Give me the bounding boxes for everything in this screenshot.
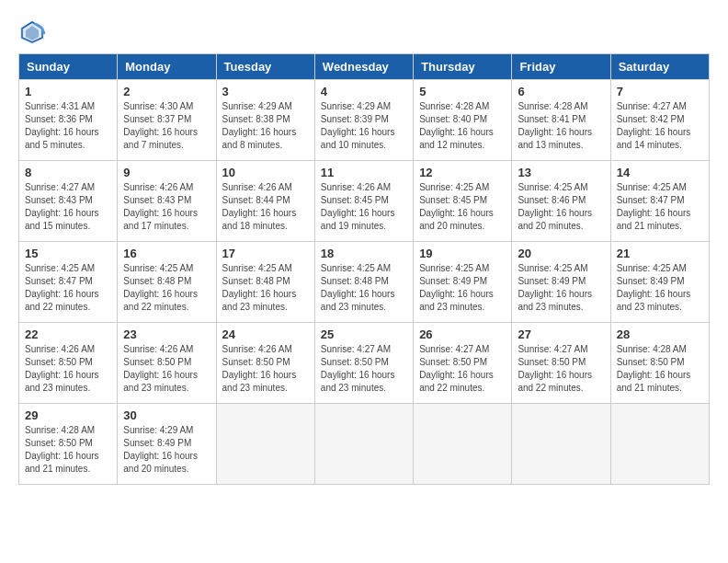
day-number: 12: [419, 166, 506, 179]
day-number: 6: [518, 85, 604, 98]
day-number: 30: [123, 408, 210, 422]
day-info: Sunrise: 4:25 AMSunset: 8:47 PMDaylight:…: [25, 262, 111, 314]
calendar-cell: [512, 404, 610, 485]
day-info: Sunrise: 4:25 AMSunset: 8:46 PMDaylight:…: [518, 181, 604, 233]
calendar-cell: 19Sunrise: 4:25 AMSunset: 8:49 PMDayligh…: [414, 242, 512, 323]
day-info: Sunrise: 4:29 AMSunset: 8:38 PMDaylight:…: [222, 100, 309, 152]
calendar-cell: 4Sunrise: 4:29 AMSunset: 8:39 PMDaylight…: [314, 80, 413, 161]
day-number: 29: [25, 408, 111, 422]
calendar-cell: [216, 404, 314, 485]
week-row-5: 29Sunrise: 4:28 AMSunset: 8:50 PMDayligh…: [19, 404, 710, 485]
day-info: Sunrise: 4:26 AMSunset: 8:45 PMDaylight:…: [321, 181, 407, 233]
day-number: 22: [25, 327, 111, 341]
logo-icon: [18, 18, 46, 46]
calendar-cell: 1Sunrise: 4:31 AMSunset: 8:36 PMDaylight…: [19, 80, 118, 161]
calendar-table: SundayMondayTuesdayWednesdayThursdayFrid…: [18, 53, 710, 485]
day-info: Sunrise: 4:27 AMSunset: 8:42 PMDaylight:…: [617, 100, 703, 152]
day-info: Sunrise: 4:25 AMSunset: 8:48 PMDaylight:…: [222, 262, 309, 314]
day-info: Sunrise: 4:26 AMSunset: 8:50 PMDaylight:…: [123, 343, 210, 395]
calendar-cell: 17Sunrise: 4:25 AMSunset: 8:48 PMDayligh…: [216, 242, 314, 323]
day-info: Sunrise: 4:27 AMSunset: 8:43 PMDaylight:…: [25, 181, 111, 233]
day-number: 9: [123, 166, 210, 179]
calendar-cell: 26Sunrise: 4:27 AMSunset: 8:50 PMDayligh…: [414, 323, 512, 404]
day-number: 25: [321, 327, 407, 341]
day-number: 1: [25, 85, 111, 98]
day-info: Sunrise: 4:25 AMSunset: 8:48 PMDaylight:…: [123, 262, 210, 314]
day-info: Sunrise: 4:26 AMSunset: 8:50 PMDaylight:…: [222, 343, 309, 395]
day-info: Sunrise: 4:25 AMSunset: 8:49 PMDaylight:…: [617, 262, 703, 314]
calendar-header-friday: Friday: [512, 54, 610, 80]
logo: [18, 18, 50, 46]
calendar-header-saturday: Saturday: [610, 54, 709, 80]
day-info: Sunrise: 4:26 AMSunset: 8:43 PMDaylight:…: [123, 181, 210, 233]
header: [18, 18, 710, 46]
page-container: SundayMondayTuesdayWednesdayThursdayFrid…: [18, 18, 710, 485]
day-number: 23: [123, 327, 210, 341]
calendar-cell: 21Sunrise: 4:25 AMSunset: 8:49 PMDayligh…: [610, 242, 709, 323]
day-number: 28: [617, 327, 703, 341]
calendar-cell: 10Sunrise: 4:26 AMSunset: 8:44 PMDayligh…: [216, 161, 314, 242]
day-number: 7: [617, 85, 703, 98]
day-number: 8: [25, 166, 111, 179]
day-info: Sunrise: 4:25 AMSunset: 8:49 PMDaylight:…: [419, 262, 506, 314]
day-info: Sunrise: 4:28 AMSunset: 8:41 PMDaylight:…: [518, 100, 604, 152]
calendar-cell: 11Sunrise: 4:26 AMSunset: 8:45 PMDayligh…: [314, 161, 413, 242]
calendar-cell: [610, 404, 709, 485]
calendar-cell: 29Sunrise: 4:28 AMSunset: 8:50 PMDayligh…: [19, 404, 118, 485]
calendar-cell: 16Sunrise: 4:25 AMSunset: 8:48 PMDayligh…: [118, 242, 216, 323]
day-number: 27: [518, 327, 604, 341]
day-info: Sunrise: 4:27 AMSunset: 8:50 PMDaylight:…: [321, 343, 407, 395]
day-number: 20: [518, 247, 604, 260]
day-number: 13: [518, 166, 604, 179]
week-row-1: 1Sunrise: 4:31 AMSunset: 8:36 PMDaylight…: [19, 80, 710, 161]
day-number: 10: [222, 166, 309, 179]
day-info: Sunrise: 4:28 AMSunset: 8:40 PMDaylight:…: [419, 100, 506, 152]
day-number: 24: [222, 327, 309, 341]
calendar-cell: [414, 404, 512, 485]
calendar-cell: 9Sunrise: 4:26 AMSunset: 8:43 PMDaylight…: [118, 161, 216, 242]
day-info: Sunrise: 4:25 AMSunset: 8:45 PMDaylight:…: [419, 181, 506, 233]
day-number: 3: [222, 85, 309, 98]
week-row-3: 15Sunrise: 4:25 AMSunset: 8:47 PMDayligh…: [19, 242, 710, 323]
calendar-cell: 20Sunrise: 4:25 AMSunset: 8:49 PMDayligh…: [512, 242, 610, 323]
calendar-cell: 30Sunrise: 4:29 AMSunset: 8:49 PMDayligh…: [118, 404, 216, 485]
day-number: 4: [321, 85, 407, 98]
day-info: Sunrise: 4:28 AMSunset: 8:50 PMDaylight:…: [25, 424, 111, 476]
calendar-cell: 22Sunrise: 4:26 AMSunset: 8:50 PMDayligh…: [19, 323, 118, 404]
calendar-cell: 13Sunrise: 4:25 AMSunset: 8:46 PMDayligh…: [512, 161, 610, 242]
day-info: Sunrise: 4:29 AMSunset: 8:49 PMDaylight:…: [123, 424, 210, 476]
day-info: Sunrise: 4:29 AMSunset: 8:39 PMDaylight:…: [321, 100, 407, 152]
calendar-header-row: SundayMondayTuesdayWednesdayThursdayFrid…: [19, 54, 710, 80]
calendar-cell: 23Sunrise: 4:26 AMSunset: 8:50 PMDayligh…: [118, 323, 216, 404]
calendar-cell: 14Sunrise: 4:25 AMSunset: 8:47 PMDayligh…: [610, 161, 709, 242]
day-number: 26: [419, 327, 506, 341]
calendar-header-wednesday: Wednesday: [314, 54, 413, 80]
calendar-cell: 18Sunrise: 4:25 AMSunset: 8:48 PMDayligh…: [314, 242, 413, 323]
calendar-cell: 27Sunrise: 4:27 AMSunset: 8:50 PMDayligh…: [512, 323, 610, 404]
calendar-cell: 15Sunrise: 4:25 AMSunset: 8:47 PMDayligh…: [19, 242, 118, 323]
day-info: Sunrise: 4:27 AMSunset: 8:50 PMDaylight:…: [518, 343, 604, 395]
calendar-header-monday: Monday: [118, 54, 216, 80]
day-info: Sunrise: 4:25 AMSunset: 8:47 PMDaylight:…: [617, 181, 703, 233]
calendar-cell: 8Sunrise: 4:27 AMSunset: 8:43 PMDaylight…: [19, 161, 118, 242]
day-number: 15: [25, 247, 111, 260]
day-number: 18: [321, 247, 407, 260]
calendar-header-tuesday: Tuesday: [216, 54, 314, 80]
calendar-cell: 12Sunrise: 4:25 AMSunset: 8:45 PMDayligh…: [414, 161, 512, 242]
calendar-cell: 2Sunrise: 4:30 AMSunset: 8:37 PMDaylight…: [118, 80, 216, 161]
day-info: Sunrise: 4:30 AMSunset: 8:37 PMDaylight:…: [123, 100, 210, 152]
calendar-cell: 25Sunrise: 4:27 AMSunset: 8:50 PMDayligh…: [314, 323, 413, 404]
calendar-header-thursday: Thursday: [414, 54, 512, 80]
week-row-4: 22Sunrise: 4:26 AMSunset: 8:50 PMDayligh…: [19, 323, 710, 404]
calendar-cell: 3Sunrise: 4:29 AMSunset: 8:38 PMDaylight…: [216, 80, 314, 161]
day-info: Sunrise: 4:31 AMSunset: 8:36 PMDaylight:…: [25, 100, 111, 152]
calendar-cell: [314, 404, 413, 485]
week-row-2: 8Sunrise: 4:27 AMSunset: 8:43 PMDaylight…: [19, 161, 710, 242]
day-info: Sunrise: 4:26 AMSunset: 8:50 PMDaylight:…: [25, 343, 111, 395]
day-number: 16: [123, 247, 210, 260]
calendar-cell: 6Sunrise: 4:28 AMSunset: 8:41 PMDaylight…: [512, 80, 610, 161]
day-number: 19: [419, 247, 506, 260]
day-number: 11: [321, 166, 407, 179]
day-number: 2: [123, 85, 210, 98]
day-info: Sunrise: 4:28 AMSunset: 8:50 PMDaylight:…: [617, 343, 703, 395]
